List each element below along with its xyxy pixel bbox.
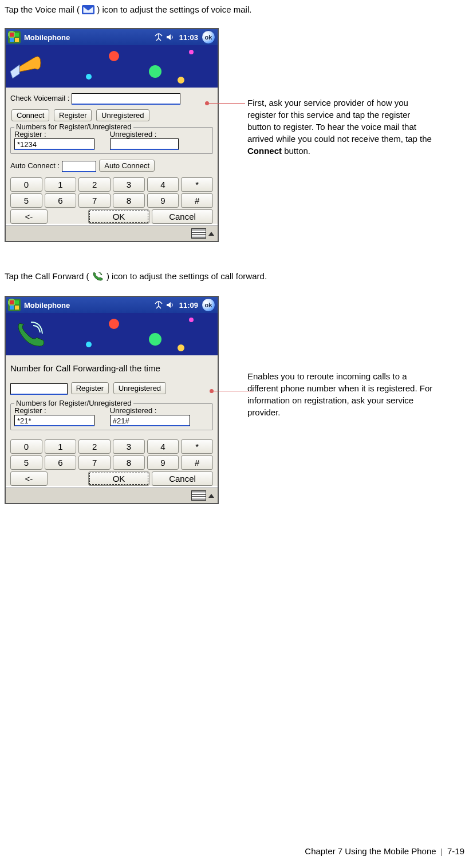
key-2[interactable]: 2: [78, 177, 111, 192]
theme-banner: [6, 313, 218, 355]
key-2[interactable]: 2: [78, 439, 111, 454]
intro-callforward-pre: Tap the Call Forward (: [5, 271, 89, 281]
unregistered-button[interactable]: Unregistered: [113, 382, 166, 394]
signal-icon: [154, 300, 163, 310]
speaker-icon: [165, 300, 175, 310]
register-button[interactable]: Register: [71, 382, 109, 394]
key-ok[interactable]: OK: [88, 209, 149, 224]
connect-button[interactable]: Connect: [11, 109, 49, 121]
keypad: 0 1 2 3 4 * 5 6 7 8 9 #: [10, 177, 213, 224]
intro-voicemail: Tap the Voice mail ( ) icon to adjust th…: [5, 5, 464, 14]
key-6[interactable]: 6: [45, 455, 77, 470]
ok-button[interactable]: ok: [202, 30, 215, 44]
register-label: Register :: [14, 406, 108, 415]
key-1[interactable]: 1: [45, 177, 77, 192]
titlebar: Mobilephone 11:03 ok: [6, 29, 218, 45]
numbers-fieldset: Numbers for Register/Unregistered Regist…: [10, 127, 213, 154]
key-backspace[interactable]: <-: [10, 209, 48, 224]
voicemail-icon: [82, 5, 94, 14]
key-hash[interactable]: #: [181, 193, 213, 208]
clock: 11:09: [179, 301, 198, 310]
keyboard-icon[interactable]: [191, 228, 206, 239]
phone-receiver-icon: [14, 318, 48, 352]
menu-up-icon[interactable]: [208, 232, 214, 236]
unregistered-input[interactable]: #21#: [110, 415, 190, 426]
key-9[interactable]: 9: [147, 193, 179, 208]
intro-callforward-post: ) icon to adjust the settings of call fo…: [107, 271, 267, 281]
key-cancel[interactable]: Cancel: [152, 209, 213, 224]
keypad: 0 1 2 3 4 * 5 6 7 8 9 #: [10, 439, 213, 486]
numbers-fieldset-legend: Numbers for Register/Unregistered: [14, 399, 133, 407]
key-6[interactable]: 6: [45, 193, 77, 208]
unregistered-button[interactable]: Unregistered: [96, 109, 149, 121]
key-8[interactable]: 8: [113, 193, 145, 208]
keyboard-icon[interactable]: [191, 490, 206, 501]
annotation-voicemail: First, ask your service provider of how …: [247, 97, 436, 157]
app-title: Mobilephone: [24, 301, 70, 310]
numbers-fieldset: Numbers for Register/Unregistered Regist…: [10, 403, 213, 430]
callforward-icon: [92, 271, 104, 282]
key-1[interactable]: 1: [45, 439, 77, 454]
key-ok[interactable]: OK: [88, 471, 149, 486]
key-9[interactable]: 9: [147, 455, 179, 470]
key-0[interactable]: 0: [10, 177, 42, 192]
key-4[interactable]: 4: [147, 439, 179, 454]
menu-up-icon[interactable]: [208, 494, 214, 498]
ok-button[interactable]: ok: [202, 298, 215, 312]
key-7[interactable]: 7: [78, 193, 111, 208]
key-3[interactable]: 3: [113, 177, 145, 192]
screenshot-voicemail: Mobilephone 11:03 ok: [5, 28, 219, 242]
key-7[interactable]: 7: [78, 455, 111, 470]
intro-voicemail-post: ) icon to adjust the settings of voice m…: [97, 5, 251, 14]
footer-page: 7-19: [447, 846, 464, 856]
page-footer: Chapter 7 Using the Mobile Phone | 7-19: [305, 846, 464, 857]
bottom-bar: [6, 225, 218, 241]
register-input[interactable]: *1234: [14, 138, 94, 150]
unregistered-input[interactable]: [110, 138, 179, 150]
register-label: Register :: [14, 130, 108, 138]
callforward-headline: Number for Call Forwarding-all the time: [10, 363, 213, 373]
key-star[interactable]: *: [181, 439, 213, 454]
key-cancel[interactable]: Cancel: [152, 471, 213, 486]
key-star[interactable]: *: [181, 177, 213, 192]
titlebar: Mobilephone 11:09 ok: [6, 297, 218, 313]
register-input[interactable]: *21*: [14, 415, 94, 426]
annotation-callforward: Enables you to reroute incoming calls to…: [247, 370, 436, 418]
unregistered-label: Unregistered :: [110, 406, 203, 415]
key-hash[interactable]: #: [181, 455, 213, 470]
key-0[interactable]: 0: [10, 439, 42, 454]
horn-icon: [9, 49, 44, 83]
intro-callforward: Tap the Call Forward ( ) icon to adjust …: [5, 271, 464, 282]
footer-chapter: Chapter 7 Using the Mobile Phone: [305, 846, 436, 856]
numbers-fieldset-legend: Numbers for Register/Unregistered: [14, 122, 133, 131]
key-4[interactable]: 4: [147, 177, 179, 192]
check-voicemail-label: Check Voicemail :: [10, 94, 69, 102]
callforward-number-input[interactable]: [10, 383, 68, 395]
bottom-bar: [6, 487, 218, 503]
register-button[interactable]: Register: [54, 109, 92, 121]
signal-icon: [154, 33, 163, 42]
theme-banner: [6, 45, 218, 88]
intro-voicemail-pre: Tap the Voice mail (: [5, 5, 80, 14]
check-voicemail-input[interactable]: [72, 93, 180, 105]
start-menu-icon[interactable]: [8, 299, 21, 311]
key-5[interactable]: 5: [10, 193, 42, 208]
key-8[interactable]: 8: [113, 455, 145, 470]
key-backspace[interactable]: <-: [10, 471, 48, 486]
clock: 11:03: [179, 33, 198, 42]
key-3[interactable]: 3: [113, 439, 145, 454]
unregistered-label: Unregistered :: [110, 130, 203, 138]
key-5[interactable]: 5: [10, 455, 42, 470]
start-menu-icon[interactable]: [8, 31, 21, 43]
autoconnect-input[interactable]: [62, 161, 96, 172]
autoconnect-label: Auto Connect :: [10, 161, 60, 170]
screenshot-callforward: Mobilephone 11:09 ok: [5, 296, 219, 504]
app-title: Mobilephone: [24, 33, 70, 42]
speaker-icon: [165, 33, 175, 42]
autoconnect-button[interactable]: Auto Connect: [99, 160, 155, 172]
